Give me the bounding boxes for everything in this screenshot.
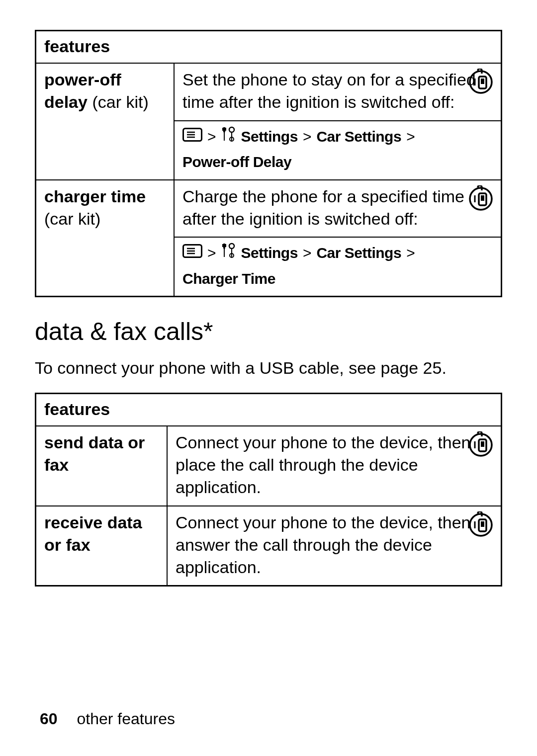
feature-desc-text: Connect your phone to the device, then a… bbox=[176, 513, 471, 577]
accessory-icon bbox=[468, 69, 494, 100]
car-kit-features-table: features power-off delay (car kit) Set t… bbox=[35, 30, 502, 297]
tools-icon bbox=[221, 243, 236, 264]
feature-desc-text: Charge the phone for a specified time af… bbox=[182, 187, 464, 228]
feature-desc-text: Connect your phone to the device, then p… bbox=[176, 433, 471, 497]
feature-label-bold: send data or fax bbox=[44, 433, 145, 474]
accessory-icon bbox=[468, 431, 494, 463]
menu-icon bbox=[182, 243, 202, 263]
svg-rect-11 bbox=[224, 132, 225, 141]
svg-rect-32 bbox=[481, 441, 484, 447]
svg-rect-36 bbox=[481, 521, 484, 527]
feature-path: > Settings > Car bbox=[174, 237, 502, 297]
path-seg: Settings bbox=[241, 243, 298, 263]
table2-header: features bbox=[36, 394, 502, 426]
feature-desc-text: Set the phone to stay on for a specified… bbox=[182, 70, 476, 111]
table1-row: power-off delay (car kit) Set the phone … bbox=[36, 63, 502, 121]
table1-row: charger time (car kit) Charge the phone … bbox=[36, 180, 502, 238]
feature-label: power-off delay (car kit) bbox=[36, 63, 175, 180]
footer-section: other features bbox=[77, 710, 175, 728]
path-seg: Charger Time bbox=[182, 269, 275, 289]
datafax-features-table: features send data or fax Connect your p… bbox=[35, 393, 502, 587]
svg-point-12 bbox=[229, 127, 234, 132]
svg-rect-25 bbox=[225, 244, 226, 247]
svg-rect-10 bbox=[225, 128, 226, 131]
accessory-icon bbox=[468, 511, 494, 543]
svg-rect-9 bbox=[222, 128, 223, 131]
svg-rect-8 bbox=[223, 127, 225, 132]
section-title: data & fax calls* bbox=[35, 317, 502, 346]
feature-desc: Set the phone to stay on for a specified… bbox=[174, 63, 502, 121]
path-sep: > bbox=[303, 243, 312, 263]
path-seg: Settings bbox=[241, 127, 298, 147]
svg-point-27 bbox=[229, 244, 234, 249]
path-sep: > bbox=[207, 243, 216, 263]
feature-label-bold: charger time bbox=[44, 187, 146, 206]
svg-rect-24 bbox=[222, 244, 223, 247]
feature-desc: Connect your phone to the device, then p… bbox=[167, 426, 502, 506]
intro-text: To connect your phone with a USB cable, … bbox=[35, 357, 502, 380]
feature-path: > Settings > Car bbox=[174, 121, 502, 180]
svg-rect-26 bbox=[224, 248, 225, 257]
path-sep: > bbox=[207, 127, 216, 147]
path-seg: Power-off Delay bbox=[182, 152, 291, 172]
page-footer: 60 other features bbox=[40, 710, 175, 728]
svg-rect-28 bbox=[231, 248, 232, 257]
svg-rect-23 bbox=[223, 244, 225, 249]
svg-rect-13 bbox=[231, 132, 232, 141]
path-seg: Car Settings bbox=[316, 243, 401, 263]
feature-desc: Connect your phone to the device, then a… bbox=[167, 506, 502, 586]
feature-label: send data or fax bbox=[36, 426, 168, 506]
menu-icon bbox=[182, 127, 202, 147]
feature-label-rest: (car kit) bbox=[88, 92, 149, 111]
feature-label-bold: receive data or fax bbox=[44, 513, 142, 554]
path-sep: > bbox=[406, 127, 415, 147]
page-number: 60 bbox=[40, 710, 58, 728]
feature-label: receive data or fax bbox=[36, 506, 168, 586]
table2-row: send data or fax Connect your phone to t… bbox=[36, 426, 502, 506]
accessory-icon bbox=[468, 185, 494, 217]
feature-desc: Charge the phone for a specified time af… bbox=[174, 180, 502, 238]
path-sep: > bbox=[406, 243, 415, 263]
svg-rect-2 bbox=[481, 79, 484, 84]
feature-label: charger time (car kit) bbox=[36, 180, 175, 297]
path-seg: Car Settings bbox=[316, 127, 401, 147]
svg-rect-17 bbox=[481, 195, 484, 201]
table2-row: receive data or fax Connect your phone t… bbox=[36, 506, 502, 586]
manual-page: features power-off delay (car kit) Set t… bbox=[0, 0, 537, 756]
path-sep: > bbox=[303, 127, 312, 147]
feature-label-rest: (car kit) bbox=[44, 209, 100, 228]
table1-header: features bbox=[36, 31, 502, 63]
tools-icon bbox=[221, 126, 236, 148]
